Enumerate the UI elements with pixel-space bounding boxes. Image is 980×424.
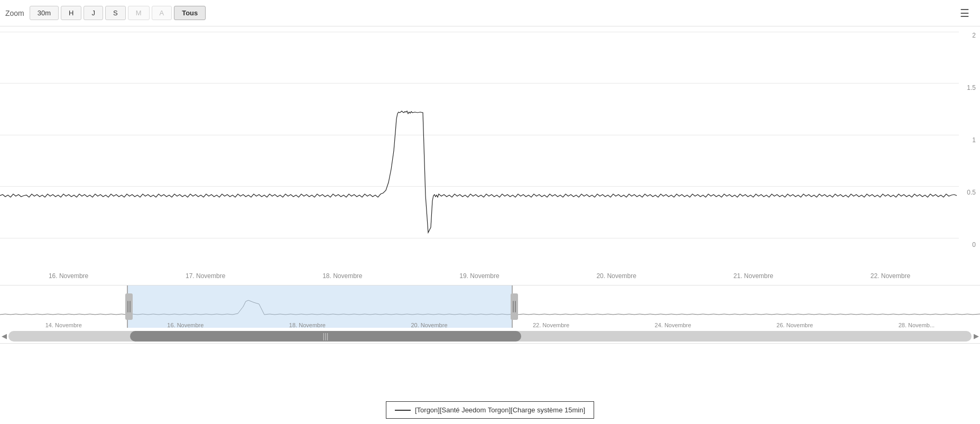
scrollbar-container: ◀ ||| ▶ xyxy=(0,330,980,342)
menu-icon[interactable]: ☰ xyxy=(955,5,975,21)
toolbar: Zoom 30m H J S M A Tous ☰ xyxy=(0,0,980,26)
y-axis: 2 1.5 1 0.5 0 xyxy=(967,26,976,254)
zoom-h-button[interactable]: H xyxy=(61,6,81,20)
y-label-0: 0 xyxy=(967,241,976,248)
handle-line xyxy=(513,301,514,312)
nav-x-label-28-nov: 28. Novemb... xyxy=(899,322,935,328)
x-axis: 16. Novembre 17. Novembre 18. Novembre 1… xyxy=(0,272,959,280)
nav-x-label-20-nov: 20. Novembre xyxy=(411,322,447,328)
x-label-17-nov: 17. Novembre xyxy=(186,272,225,280)
nav-x-label-22-nov: 22. Novembre xyxy=(533,322,569,328)
navigator: 14. Novembre 16. Novembre 18. Novembre 2… xyxy=(0,285,980,344)
chart-svg xyxy=(0,26,957,254)
main-chart-area: 2 1.5 1 0.5 0 16. Novembre 17. Novembre … xyxy=(0,26,980,285)
zoom-a-button[interactable]: A xyxy=(152,6,172,20)
navigator-left-handle[interactable] xyxy=(125,293,133,320)
zoom-label: Zoom xyxy=(5,9,24,17)
nav-x-label-26-nov: 26. Novembre xyxy=(776,322,813,328)
navigator-right-handle[interactable] xyxy=(511,293,518,320)
scrollbar-handle-icon: ||| xyxy=(323,332,329,340)
x-label-19-nov: 19. Novembre xyxy=(459,272,499,280)
x-label-20-nov: 20. Novembre xyxy=(596,272,636,280)
zoom-30m-button[interactable]: 30m xyxy=(30,6,59,20)
y-label-1: 1 xyxy=(967,136,976,144)
left-handle-lines xyxy=(127,301,131,312)
x-label-22-nov: 22. Novembre xyxy=(871,272,910,280)
legend-text: [Torgon][Santé Jeedom Torgon][Charge sys… xyxy=(415,406,585,414)
navigator-selection[interactable] xyxy=(127,285,513,328)
nav-x-label-18-nov: 18. Novembre xyxy=(289,322,326,328)
zoom-m-button[interactable]: M xyxy=(128,6,150,20)
scroll-right-button[interactable]: ▶ xyxy=(972,330,980,341)
scroll-left-button[interactable]: ◀ xyxy=(0,330,8,341)
x-label-21-nov: 21. Novembre xyxy=(734,272,773,280)
right-handle-lines xyxy=(513,301,516,312)
legend-line-symbol xyxy=(395,410,411,411)
handle-line xyxy=(127,301,128,312)
y-label-0-5: 0.5 xyxy=(967,189,976,196)
handle-line xyxy=(515,301,516,312)
zoom-s-button[interactable]: S xyxy=(105,6,126,20)
nav-x-label-14-nov: 14. Novembre xyxy=(45,322,82,328)
y-label-2: 2 xyxy=(967,32,976,39)
navigator-x-axis: 14. Novembre 16. Novembre 18. Novembre 2… xyxy=(0,322,980,328)
legend: [Torgon][Santé Jeedom Torgon][Charge sys… xyxy=(386,401,594,419)
zoom-tous-button[interactable]: Tous xyxy=(174,6,206,20)
handle-line xyxy=(130,301,131,312)
scrollbar-track[interactable]: ||| xyxy=(8,331,972,342)
x-label-16-nov: 16. Novembre xyxy=(49,272,88,280)
x-label-18-nov: 18. Novembre xyxy=(322,272,362,280)
nav-x-label-24-nov: 24. Novembre xyxy=(655,322,691,328)
scrollbar-thumb[interactable]: ||| xyxy=(130,331,521,342)
nav-x-label-16-nov: 16. Novembre xyxy=(167,322,204,328)
zoom-j-button[interactable]: J xyxy=(84,6,103,20)
y-label-1-5: 1.5 xyxy=(967,84,976,91)
